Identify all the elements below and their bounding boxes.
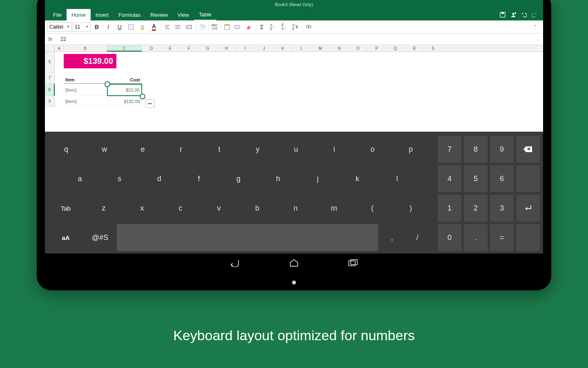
key-p[interactable]: p [393,136,429,163]
select-all-corner[interactable] [45,45,55,52]
key-enter[interactable] [516,195,540,222]
row-8[interactable]: 8 [45,84,55,96]
key-t[interactable]: t [201,136,237,163]
item-2[interactable]: [Item] [64,97,107,106]
expand-fx-icon[interactable]: ⌄ [537,37,540,41]
key-0[interactable]: 0 [438,224,461,251]
key-3[interactable]: 3 [490,195,514,222]
underline-button[interactable]: U [114,22,125,32]
cost-1-selected[interactable]: $22.00 [107,84,142,96]
cost-header[interactable]: Cost [107,76,142,84]
sort-custom-button[interactable]: AZ⇅ [290,22,301,32]
col-D[interactable]: D [142,45,161,52]
key-dot[interactable]: . [464,224,488,251]
menu-table[interactable]: Table [194,9,216,20]
bold-button[interactable]: B [91,22,102,32]
align-left-button[interactable] [161,22,172,32]
fillcolor-button[interactable] [137,22,148,32]
col-B[interactable]: B [64,45,107,52]
autosum-button[interactable]: Σ [256,22,266,32]
menu-insert[interactable]: Insert [91,9,114,20]
menu-view[interactable]: View [173,9,194,20]
key-f[interactable]: f [180,165,217,192]
key-sym[interactable]: @#S [86,224,114,251]
key-1[interactable]: 1 [438,195,461,222]
key-m[interactable]: m [316,195,352,222]
nav-back-icon[interactable] [229,259,240,267]
key-lparen[interactable]: ( [354,195,390,222]
selection-handle-br[interactable] [140,94,145,99]
row-9[interactable]: 9 [45,96,55,107]
col-F[interactable]: F [180,45,198,52]
item-1[interactable]: [Item] [64,85,107,95]
nav-recents-icon[interactable] [348,259,359,267]
key-7[interactable]: 7 [438,136,461,163]
undo-icon[interactable] [519,9,529,20]
key-eq[interactable]: = [490,224,514,251]
key-a[interactable]: a [61,165,98,192]
redo-icon[interactable] [529,9,540,20]
item-header[interactable]: Item [64,76,107,84]
key-r[interactable]: r [163,136,199,163]
context-menu-button[interactable]: ••• [145,99,154,108]
col-L[interactable]: L [292,45,311,52]
col-M[interactable]: M [311,45,330,52]
menu-formulas[interactable]: Formulas [114,9,145,20]
key-y[interactable]: y [240,136,276,163]
borders-button[interactable] [126,22,136,32]
col-P[interactable]: P [368,45,386,52]
key-o[interactable]: o [354,136,390,163]
font-select[interactable]: Calibri▼ [47,22,72,31]
key-8[interactable]: 8 [464,136,488,163]
key-v[interactable]: v [201,195,237,222]
merge-button[interactable] [184,22,194,32]
collapse-ribbon-icon[interactable]: ⌃ [530,22,541,32]
formula-bar[interactable]: fx 22 ⌄ [45,34,543,45]
key-x[interactable]: x [124,195,160,222]
key-9[interactable]: 9 [490,136,514,163]
fontcolor-button[interactable]: A [149,22,159,32]
nav-home-icon[interactable] [289,259,299,267]
sort-asc-button[interactable]: AZ↓ [267,22,278,32]
cost-2[interactable]: $102.00 [107,97,142,106]
key-backspace[interactable] [516,136,540,163]
find-button[interactable] [302,22,313,32]
col-J[interactable]: J [255,45,274,52]
eraser-button[interactable] [243,22,254,32]
key-shift[interactable]: aA [48,224,83,251]
key-6[interactable]: 6 [490,165,514,192]
col-K[interactable]: K [274,45,292,52]
selection-handle-tl[interactable] [105,81,110,87]
sort-desc-button[interactable]: ZA↓ [278,22,289,32]
key-j[interactable]: j [299,165,336,192]
numfmt-button[interactable]: ABC123 [208,22,219,32]
key-l[interactable]: l [379,165,416,192]
col-S[interactable]: S [424,45,443,52]
menu-file[interactable]: File [48,9,67,20]
key-q[interactable]: q [48,136,84,163]
key-comma[interactable]: , [381,224,403,251]
align-mid-button[interactable] [172,22,183,32]
key-e[interactable]: e [125,136,161,163]
key-4[interactable]: 4 [438,165,461,192]
key-u[interactable]: u [278,136,314,163]
key-blank1[interactable] [516,165,540,192]
key-s[interactable]: s [101,165,138,192]
key-w[interactable]: w [87,136,122,163]
key-k[interactable]: k [339,165,376,192]
key-d[interactable]: d [140,165,178,192]
fx-value[interactable]: 22 [60,36,537,42]
tablefmt-button[interactable] [220,22,231,32]
key-z[interactable]: z [86,195,122,222]
key-space[interactable] [117,224,378,251]
key-slash[interactable]: / [406,224,429,251]
col-I[interactable]: I [236,45,255,52]
row-7[interactable]: 7 [45,72,55,84]
key-rparen[interactable]: ) [393,195,429,222]
col-O[interactable]: O [349,45,368,52]
key-5[interactable]: 5 [464,165,488,192]
menu-review[interactable]: Review [145,9,173,20]
col-A[interactable]: A [55,45,64,52]
total-cell[interactable]: $139.00 [64,54,117,69]
key-blank2[interactable] [516,224,540,251]
